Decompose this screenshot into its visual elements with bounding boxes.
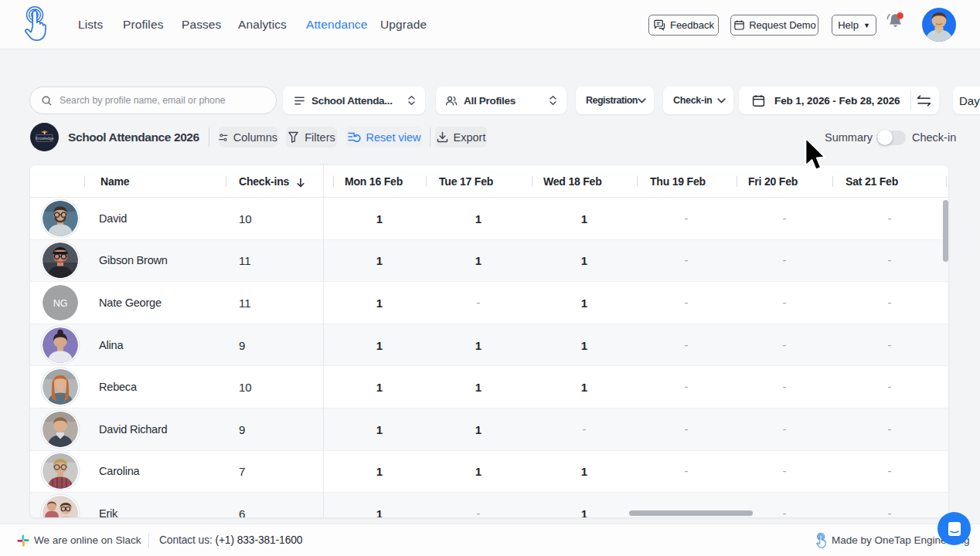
svg-text:NG: NG [53, 297, 68, 308]
svg-text:Knowledge: Knowledge [36, 137, 54, 141]
